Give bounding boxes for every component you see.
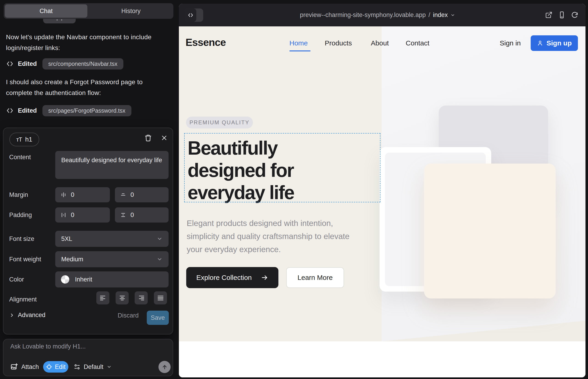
- align-center-button[interactable]: [116, 291, 129, 304]
- align-justify-button[interactable]: [154, 291, 167, 304]
- arrow-up-icon: [161, 364, 168, 370]
- align-right-button[interactable]: [135, 291, 148, 304]
- align-center-icon: [119, 295, 126, 301]
- preview-window: preview--charming-site-symphony.lovable.…: [179, 4, 586, 377]
- tab-history[interactable]: History: [89, 3, 173, 19]
- preview-page: index: [433, 12, 448, 19]
- chevron-right-icon: [9, 313, 15, 318]
- crosshair-icon: [46, 364, 52, 370]
- margin-y-input[interactable]: 0: [115, 187, 169, 202]
- chat-input[interactable]: [10, 343, 166, 355]
- preview-url[interactable]: preview--charming-site-symphony.lovable.…: [300, 4, 455, 26]
- edited-file-pill[interactable]: src/pages/ForgotPassword.tsx: [42, 105, 131, 116]
- refresh-icon: [571, 11, 578, 19]
- code-icon: [6, 107, 14, 114]
- tag-name: h1: [25, 136, 32, 143]
- padding-y-input[interactable]: 0: [115, 207, 169, 222]
- margin-vertical-icon: [120, 191, 126, 198]
- code-toggle-knob: [185, 8, 196, 22]
- image-plus-icon: [10, 363, 18, 371]
- collapsed-pill[interactable]: [43, 19, 76, 23]
- model-default-dropdown[interactable]: Default: [74, 361, 112, 373]
- chat-history-tabbar: Chat History: [4, 3, 173, 19]
- chat-composer: Attach Edit Default: [3, 339, 173, 376]
- edited-file-row: Edited src/pages/ForgotPassword.tsx: [6, 105, 131, 117]
- edited-label: Edited: [18, 107, 37, 114]
- learn-more-button[interactable]: Learn More: [286, 267, 344, 288]
- nav-about[interactable]: About: [371, 39, 389, 47]
- sign-in-link[interactable]: Sign in: [500, 39, 521, 47]
- sign-up-button[interactable]: Sign up: [531, 35, 578, 51]
- chevron-down-icon: [107, 364, 112, 369]
- path-separator: /: [429, 12, 431, 19]
- user-icon: [537, 40, 543, 46]
- discard-button[interactable]: Discard: [118, 312, 139, 319]
- padding-x-input[interactable]: 0: [55, 207, 110, 222]
- code-icon: [187, 12, 194, 18]
- padding-horizontal-icon: [60, 212, 67, 218]
- attach-button[interactable]: Attach: [10, 361, 39, 373]
- edited-file-row: Edited src/components/Navbar.tsx: [6, 58, 123, 70]
- decor-card-beige: [424, 164, 556, 299]
- open-in-new-tab-button[interactable]: [545, 11, 553, 19]
- advanced-toggle[interactable]: Advanced: [9, 312, 46, 319]
- sliders-icon: [74, 363, 80, 370]
- tab-chat[interactable]: Chat: [5, 4, 87, 18]
- margin-x-input[interactable]: 0: [55, 187, 110, 202]
- padding-vertical-icon: [120, 212, 126, 218]
- assistant-message: Now let's update the Navbar component to…: [6, 32, 164, 53]
- external-link-icon: [545, 11, 553, 19]
- chevron-down-icon: [157, 236, 163, 242]
- nav-active-underline: [289, 50, 310, 51]
- preview-toolbar: preview--charming-site-symphony.lovable.…: [179, 4, 586, 26]
- font-size-select[interactable]: 5XL: [55, 231, 169, 247]
- site-logo[interactable]: Essence: [186, 36, 226, 48]
- nav-contact[interactable]: Contact: [406, 39, 429, 47]
- alignment-label: Alignment: [9, 296, 37, 303]
- content-input[interactable]: Beautifully designed for everyday life: [55, 151, 169, 179]
- assistant-message: I should also create a Forgot Password p…: [6, 77, 164, 98]
- margin-horizontal-icon: [60, 191, 67, 198]
- nav-products[interactable]: Products: [325, 39, 352, 47]
- hero-heading[interactable]: Beautifully designed for everyday life: [187, 137, 294, 204]
- edited-file-pill[interactable]: src/components/Navbar.tsx: [42, 58, 124, 69]
- hero-description: Elegant products designed with intention…: [187, 217, 364, 256]
- arrow-right-icon: [261, 274, 268, 281]
- chat-panel: Chat History Now let's update the Navbar…: [0, 0, 179, 379]
- smartphone-icon: [558, 11, 566, 19]
- edited-label: Edited: [18, 60, 37, 67]
- font-weight-label: Font weight: [9, 256, 41, 263]
- element-editor-panel: тT h1 Content Beautifully designed for e…: [3, 127, 173, 334]
- color-label: Color: [9, 276, 24, 283]
- send-button[interactable]: [158, 361, 171, 373]
- edit-mode-button[interactable]: Edit: [43, 361, 68, 373]
- code-icon: [6, 60, 14, 68]
- type-icon: тT: [16, 136, 22, 143]
- padding-label: Padding: [9, 211, 32, 219]
- below-hero-section: [179, 341, 586, 377]
- color-select[interactable]: Inherit: [55, 271, 169, 287]
- premium-quality-badge: PREMIUM QUALITY: [186, 117, 253, 128]
- code-view-toggle[interactable]: [185, 8, 203, 22]
- align-justify-icon: [157, 295, 164, 301]
- selected-element-tag[interactable]: тT h1: [9, 133, 39, 146]
- mobile-view-button[interactable]: [558, 11, 566, 19]
- margin-label: Margin: [9, 191, 28, 198]
- align-left-button[interactable]: [96, 291, 109, 304]
- save-button[interactable]: Save: [147, 311, 169, 325]
- content-label: Content: [9, 154, 31, 161]
- color-swatch: [61, 275, 69, 284]
- chevron-down-icon: [157, 256, 163, 262]
- chevron-down-icon: [451, 13, 455, 17]
- refresh-button[interactable]: [571, 11, 579, 19]
- explore-collection-button[interactable]: Explore Collection: [186, 267, 279, 288]
- nav-home[interactable]: Home: [289, 39, 308, 47]
- font-size-label: Font size: [9, 235, 34, 242]
- close-editor-button[interactable]: [159, 133, 170, 143]
- preview-domain: preview--charming-site-symphony.lovable.…: [300, 12, 426, 19]
- align-left-icon: [100, 295, 107, 301]
- font-weight-select[interactable]: Medium: [55, 251, 169, 267]
- delete-element-button[interactable]: [143, 133, 154, 143]
- align-right-icon: [138, 295, 145, 301]
